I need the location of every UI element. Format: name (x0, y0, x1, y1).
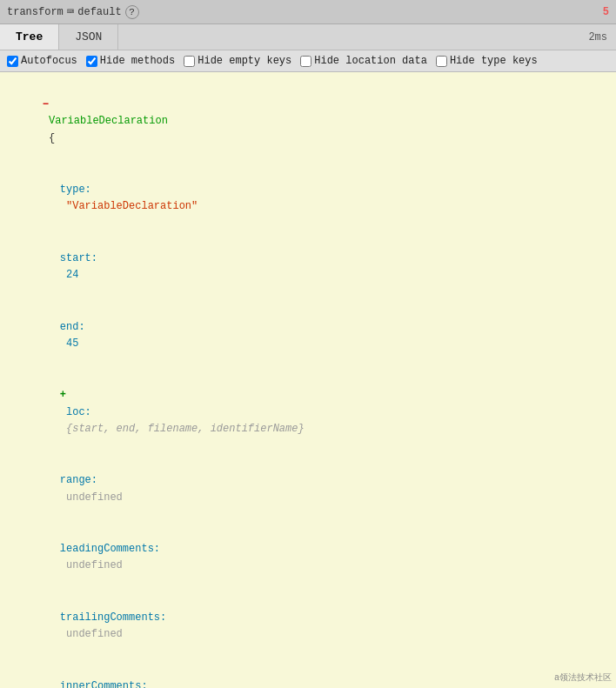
tree-row: trailingComments: undefined (0, 592, 616, 661)
tree-container: − VariableDeclaration { type: "VariableD… (0, 72, 616, 688)
default-label: default (77, 6, 121, 18)
transform-label: transform (7, 6, 64, 18)
hide-location-data-checkbox[interactable] (300, 56, 311, 67)
help-icon[interactable]: ? (125, 5, 139, 19)
top-bar-right-link[interactable]: 5 (603, 6, 609, 18)
tree-row: leadingComments: undefined (0, 524, 616, 592)
tab-bar: Tree JSON 2ms (0, 24, 616, 50)
top-bar-left: transform ⌨ default ? (7, 4, 139, 19)
keyboard-icon: ⌨ (67, 4, 74, 19)
hide-empty-keys-checkbox[interactable] (184, 56, 195, 67)
hide-type-keys-checkbox[interactable] (436, 56, 447, 67)
options-bar: Autofocus Hide methods Hide empty keys H… (0, 50, 616, 72)
tree-row: start: 24 (0, 233, 616, 302)
parse-time: 2ms (588, 31, 616, 43)
tab-json[interactable]: JSON (59, 24, 118, 50)
hide-location-data-option[interactable]: Hide location data (300, 55, 427, 67)
top-bar: transform ⌨ default ? 5 (0, 0, 616, 24)
tree-row: innerComments: undefined (0, 660, 616, 688)
tree-row: end: 45 (0, 301, 616, 370)
hide-type-keys-option[interactable]: Hide type keys (436, 55, 538, 67)
tree-row: − VariableDeclaration { (0, 79, 616, 164)
hide-methods-checkbox[interactable] (86, 56, 97, 67)
autofocus-checkbox[interactable] (7, 56, 18, 67)
tree-row: + loc: {start, end, filename, identifier… (0, 370, 616, 455)
watermark: a领法技术社区 (554, 671, 612, 684)
hide-methods-option[interactable]: Hide methods (86, 55, 175, 67)
tab-tree[interactable]: Tree (0, 24, 59, 50)
tree-row: range: undefined (0, 455, 616, 524)
collapse-icon[interactable]: − (43, 98, 49, 110)
autofocus-option[interactable]: Autofocus (7, 55, 77, 67)
expand-icon[interactable]: + (60, 389, 66, 401)
tree-row: type: "VariableDeclaration" (0, 164, 616, 233)
hide-empty-keys-option[interactable]: Hide empty keys (184, 55, 291, 67)
